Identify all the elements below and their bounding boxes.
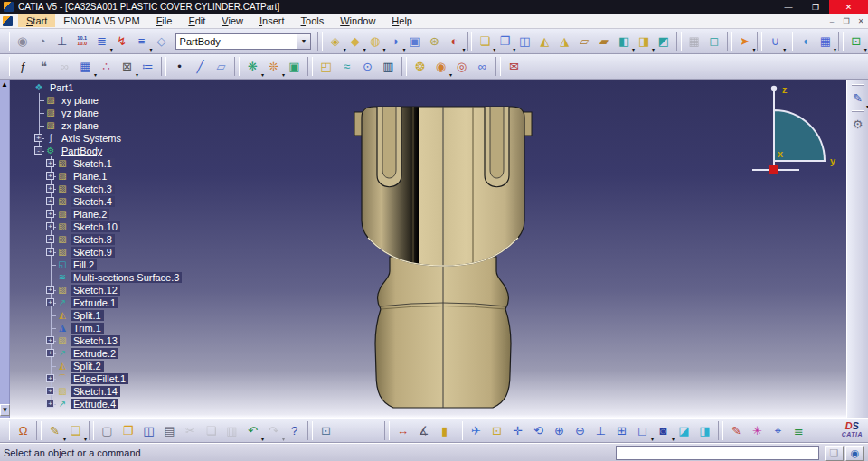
- line-icon[interactable]: ╱: [191, 57, 210, 76]
- view-compass[interactable]: z x y: [745, 81, 839, 177]
- undo-icon[interactable]: ↶▾: [243, 421, 262, 440]
- send-to-icon[interactable]: ✉: [505, 57, 524, 76]
- plane-icon[interactable]: ▱: [212, 57, 231, 76]
- child-minimize-button[interactable]: –: [825, 17, 839, 25]
- tree-expand-handle[interactable]: +: [46, 374, 54, 382]
- tree-item-sketch-9[interactable]: Sketch.9: [71, 247, 115, 258]
- gear-options-icon[interactable]: ⚙: [848, 115, 867, 134]
- tree-item-sketch-8[interactable]: Sketch.8: [71, 234, 115, 245]
- quick-zoom-icon[interactable]: ⊡▾: [847, 32, 865, 51]
- dropdown-arrow-icon[interactable]: ▾: [864, 47, 867, 52]
- save-icon[interactable]: ◫: [139, 421, 158, 440]
- menu-tools[interactable]: Tools: [293, 14, 333, 27]
- extract-icon[interactable]: ▰: [595, 32, 613, 51]
- tree-item-yz-plane[interactable]: yz plane: [59, 108, 101, 118]
- boundary-icon[interactable]: ▱: [575, 32, 593, 51]
- design-table-icon[interactable]: ▦▾: [76, 57, 95, 76]
- translate-icon[interactable]: ◨▾: [635, 32, 653, 51]
- doc-button[interactable]: ❏: [825, 446, 844, 461]
- comment-icon[interactable]: ❝: [34, 57, 53, 76]
- select-arrow-icon[interactable]: ➤▾: [736, 32, 754, 51]
- tree-scroll-down-icon[interactable]: ▼: [0, 404, 10, 416]
- fly-mode-icon[interactable]: ✈: [467, 421, 486, 440]
- menu-window[interactable]: Window: [332, 14, 383, 27]
- tree-item-extrude-1[interactable]: Extrude.1: [71, 297, 118, 308]
- compass-manipulation-icon[interactable]: ⌖: [769, 421, 788, 440]
- measure-item-icon[interactable]: ∡: [414, 421, 433, 440]
- tree-expand-handle[interactable]: +: [46, 235, 54, 243]
- list-icon[interactable]: ≡▾: [133, 32, 151, 51]
- healing-icon[interactable]: ❐▾: [495, 32, 514, 51]
- swap-visible-space-icon[interactable]: ◨: [695, 421, 714, 440]
- tree-item-part1[interactable]: Part1: [47, 82, 76, 93]
- bolt-icon[interactable]: ↯: [113, 32, 131, 51]
- develop-icon[interactable]: ❂: [410, 57, 429, 76]
- tree-item-multi-sections-surface-3[interactable]: Multi-sections Surface.3: [71, 272, 182, 283]
- tree-item-sketch-4[interactable]: Sketch.4: [71, 196, 115, 207]
- dimension-tolerance-icon[interactable]: 10.110.0: [73, 32, 91, 51]
- sphere-surface-icon[interactable]: ◍▾: [366, 32, 384, 51]
- dropdown-arrow-icon[interactable]: ▾: [783, 47, 786, 52]
- tree-item-fill-2[interactable]: Fill.2: [71, 259, 97, 270]
- fit-all-in-icon[interactable]: ⊡: [487, 421, 506, 440]
- zoom-out-icon[interactable]: ⊖: [571, 421, 590, 440]
- tree-expand-handle[interactable]: -: [34, 146, 42, 155]
- formula-icon[interactable]: ƒ: [14, 57, 33, 76]
- tree-item-sketch-3[interactable]: Sketch.3: [71, 183, 115, 194]
- toolbar-handle[interactable]: [852, 110, 864, 112]
- print-icon[interactable]: ▤: [160, 421, 179, 440]
- point-icon[interactable]: •: [170, 57, 189, 76]
- pad-diamond-icon[interactable]: ◇: [153, 32, 171, 51]
- split-icon[interactable]: ◭: [535, 32, 553, 51]
- normal-view-icon[interactable]: ⊥: [591, 421, 610, 440]
- tree-item-sketch-12[interactable]: Sketch.12: [71, 285, 120, 296]
- symmetry-shell-icon[interactable]: ◖: [797, 32, 815, 51]
- sketch-tracer-icon[interactable]: ✎▾: [848, 89, 867, 108]
- unfold-icon[interactable]: ◉▾: [431, 57, 450, 76]
- tree-expand-handle[interactable]: +: [46, 387, 54, 395]
- axis-system-icon[interactable]: ⊥: [53, 32, 71, 51]
- tree-item-plane-2[interactable]: Plane.2: [71, 209, 109, 220]
- extrude-surface-icon[interactable]: ◈▾: [326, 32, 344, 51]
- tree-expand-handle[interactable]: +: [46, 184, 54, 193]
- exit-workbench-icon[interactable]: ❏▾: [66, 421, 85, 440]
- print-whole-document-icon[interactable]: ⊡: [316, 421, 335, 440]
- cylinder-icon[interactable]: ⊙: [358, 57, 377, 76]
- tree-item-split-1[interactable]: Split.1: [71, 310, 104, 321]
- tree-expand-handle[interactable]: +: [46, 248, 54, 256]
- sweep-surface-icon[interactable]: ▣: [406, 32, 424, 51]
- untrim-icon[interactable]: ◫: [515, 32, 533, 51]
- menu-edit[interactable]: Edit: [180, 14, 213, 27]
- tree-expand-handle[interactable]: +: [46, 197, 54, 205]
- combo-dropdown-icon[interactable]: ▼: [297, 34, 310, 49]
- catalog-browser-icon[interactable]: ❋▾: [243, 57, 262, 76]
- connection-globe-button[interactable]: ◉: [845, 446, 864, 461]
- whats-this-icon[interactable]: ?: [285, 421, 304, 440]
- tree-item-extrude-4[interactable]: Extrude.4: [71, 399, 118, 409]
- 3d-viewport[interactable]: ❖Part1▨xy plane▨yz plane▨zx planeʃAxis S…: [10, 80, 846, 418]
- lock-icon[interactable]: ⊠▾: [118, 57, 137, 76]
- constraint-box-icon[interactable]: ◻: [705, 32, 723, 51]
- transfer-icon[interactable]: ◎: [452, 57, 471, 76]
- iso-view-icon[interactable]: ◻▾: [633, 421, 652, 440]
- child-close-button[interactable]: ✕: [854, 17, 868, 25]
- tree-expand-handle[interactable]: +: [46, 172, 54, 180]
- multi-view-icon[interactable]: ⊞: [612, 421, 631, 440]
- relations-icon[interactable]: ∴: [97, 57, 116, 76]
- user-feature-icon[interactable]: ❊▾: [264, 57, 283, 76]
- new-document-icon[interactable]: ▢: [98, 421, 117, 440]
- fill-surface-icon[interactable]: ⊛: [426, 32, 444, 51]
- trim-icon[interactable]: ◮: [555, 32, 573, 51]
- globe-hand-icon[interactable]: ◔: [33, 32, 52, 51]
- tree-item-partbody[interactable]: PartBody: [59, 146, 105, 156]
- offset-surface-icon[interactable]: ◑▾: [386, 32, 404, 51]
- grid-icon[interactable]: ▦▾: [816, 32, 835, 51]
- document-template-icon[interactable]: ▣: [285, 57, 304, 76]
- pan-icon[interactable]: ✛: [508, 421, 527, 440]
- tree-expand-handle[interactable]: +: [46, 210, 54, 218]
- tree-expand-handle[interactable]: +: [46, 298, 54, 306]
- rotate-icon[interactable]: ⟲: [529, 421, 548, 440]
- menu-enovia-v5-vpm[interactable]: ENOVIA V5 VPM: [55, 14, 147, 27]
- open-icon[interactable]: ❐: [118, 421, 137, 440]
- revolve-surface-icon[interactable]: ◆▾: [346, 32, 364, 51]
